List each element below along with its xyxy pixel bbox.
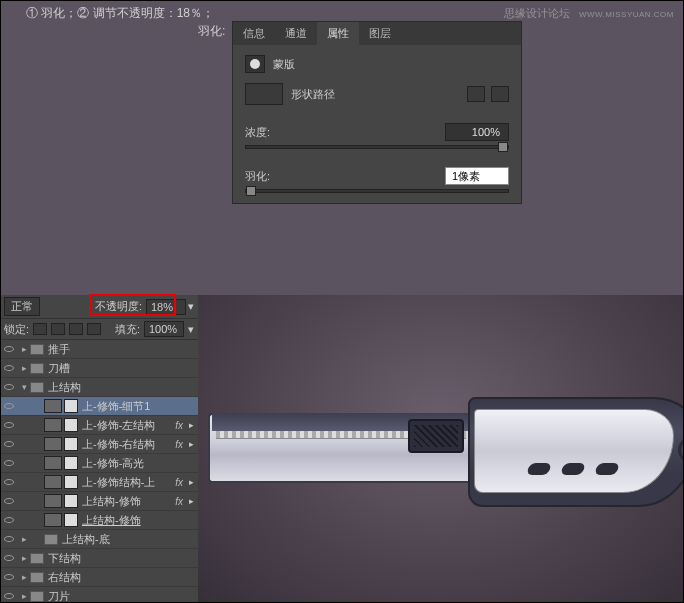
visibility-toggle[interactable] — [2, 418, 16, 432]
visibility-toggle[interactable] — [2, 589, 16, 603]
layer-row[interactable]: 上-修饰-高光 — [0, 454, 198, 473]
visibility-toggle[interactable] — [2, 551, 16, 565]
folder-icon — [30, 344, 44, 355]
visibility-toggle[interactable] — [2, 475, 16, 489]
fx-expand-icon[interactable]: ▸ — [189, 439, 194, 449]
layer-name: 下结构 — [48, 551, 198, 566]
lock-pixels-icon[interactable] — [51, 323, 65, 335]
visibility-toggle[interactable] — [2, 399, 16, 413]
mask-thumbnail — [64, 418, 78, 432]
fill-value[interactable]: 100% — [144, 321, 184, 337]
layer-row[interactable]: 上结构-修饰 — [0, 511, 198, 530]
shape-thumbnail[interactable] — [245, 83, 283, 105]
layer-thumbnail — [44, 475, 62, 489]
mask-thumbnail — [64, 437, 78, 451]
expand-toggle[interactable]: ▸ — [18, 534, 30, 544]
visibility-toggle[interactable] — [2, 437, 16, 451]
eye-icon — [4, 574, 14, 580]
layer-thumbnail — [44, 399, 62, 413]
layer-row[interactable]: 上-修饰-右结构fx▸ — [0, 435, 198, 454]
layer-row[interactable]: ▸右结构 — [0, 568, 198, 587]
fx-expand-icon[interactable]: ▸ — [189, 496, 194, 506]
lock-all-icon[interactable] — [87, 323, 101, 335]
layer-name: 上-修饰结构-上 — [82, 475, 175, 490]
tab-通道[interactable]: 通道 — [275, 22, 317, 45]
density-label: 浓度: — [245, 125, 270, 140]
mask-icon[interactable] — [245, 55, 265, 73]
eye-icon — [4, 460, 14, 466]
visibility-toggle[interactable] — [2, 456, 16, 470]
folder-icon — [30, 591, 44, 602]
layer-row[interactable]: 上结构-修饰fx▸ — [0, 492, 198, 511]
layer-row[interactable]: ▸刀槽 — [0, 359, 198, 378]
layer-name: 上-修饰-高光 — [82, 456, 198, 471]
canvas-preview — [198, 295, 684, 603]
tab-图层[interactable]: 图层 — [359, 22, 401, 45]
tab-属性[interactable]: 属性 — [317, 22, 359, 45]
visibility-toggle[interactable] — [2, 342, 16, 356]
layer-name: 刀槽 — [48, 361, 198, 376]
density-slider[interactable] — [245, 145, 509, 149]
expand-toggle[interactable]: ▸ — [18, 363, 30, 373]
instruction-text: ① 羽化；② 调节不透明度：18％； — [26, 5, 214, 22]
layer-row[interactable]: ▸推手 — [0, 340, 198, 359]
eye-icon — [4, 365, 14, 371]
layer-row[interactable]: 上-修饰-左结构fx▸ — [0, 416, 198, 435]
folder-icon — [30, 363, 44, 374]
fx-expand-icon[interactable]: ▸ — [189, 477, 194, 487]
folder-icon — [30, 382, 44, 393]
expand-toggle[interactable]: ▸ — [18, 553, 30, 563]
eye-icon — [4, 346, 14, 352]
layer-row[interactable]: ▸上结构-底 — [0, 530, 198, 549]
folder-icon — [30, 572, 44, 583]
mask-thumbnail — [64, 513, 78, 527]
fx-badge[interactable]: fx — [175, 420, 183, 431]
layer-row[interactable]: ▸下结构 — [0, 549, 198, 568]
fx-badge[interactable]: fx — [175, 496, 183, 507]
knife-illustration — [208, 383, 684, 533]
expand-toggle[interactable]: ▸ — [18, 591, 30, 601]
fx-badge[interactable]: fx — [175, 477, 183, 488]
expand-toggle[interactable]: ▾ — [18, 382, 30, 392]
mask-option-icon[interactable] — [467, 86, 485, 102]
lock-position-icon[interactable] — [69, 323, 83, 335]
visibility-toggle[interactable] — [2, 361, 16, 375]
layer-name: 上-修饰-右结构 — [82, 437, 175, 452]
visibility-toggle[interactable] — [2, 494, 16, 508]
panel-tabs: 信息通道属性图层 — [233, 22, 521, 45]
layer-row[interactable]: 上-修饰结构-上fx▸ — [0, 473, 198, 492]
layer-name: 右结构 — [48, 570, 198, 585]
visibility-toggle[interactable] — [2, 380, 16, 394]
fx-badge[interactable]: fx — [175, 439, 183, 450]
feather-slider[interactable] — [245, 189, 509, 193]
mask-thumbnail — [64, 399, 78, 413]
eye-icon — [4, 536, 14, 542]
eye-icon — [4, 422, 14, 428]
density-value[interactable]: 100% — [445, 123, 509, 141]
blend-mode-select[interactable]: 正常 — [4, 297, 40, 316]
expand-toggle[interactable]: ▸ — [18, 344, 30, 354]
tab-信息[interactable]: 信息 — [233, 22, 275, 45]
layer-row[interactable]: ▸刀片 — [0, 587, 198, 603]
mask-thumbnail — [64, 475, 78, 489]
visibility-toggle[interactable] — [2, 532, 16, 546]
fx-expand-icon[interactable]: ▸ — [189, 420, 194, 430]
feather-input[interactable] — [445, 167, 509, 185]
opacity-dropdown-icon[interactable]: ▾ — [188, 300, 194, 313]
layer-row[interactable]: ▾上结构 — [0, 378, 198, 397]
layer-name: 上-修饰-左结构 — [82, 418, 175, 433]
watermark-sub: WWW.MISSYUAN.COM — [579, 10, 674, 19]
properties-panel: 信息通道属性图层 蒙版 形状路径 浓度: 100% 羽化: — [232, 21, 522, 204]
layer-row[interactable]: 上-修饰-细节1 — [0, 397, 198, 416]
mask-bounds-icon[interactable] — [491, 86, 509, 102]
eye-icon — [4, 479, 14, 485]
layer-name: 上-修饰-细节1 — [82, 399, 198, 414]
lock-transparency-icon[interactable] — [33, 323, 47, 335]
visibility-toggle[interactable] — [2, 570, 16, 584]
expand-toggle[interactable]: ▸ — [18, 572, 30, 582]
fill-dropdown-icon[interactable]: ▾ — [188, 323, 194, 336]
eye-icon — [4, 498, 14, 504]
layer-thumbnail — [44, 513, 62, 527]
layer-name: 上结构-底 — [62, 532, 198, 547]
visibility-toggle[interactable] — [2, 513, 16, 527]
